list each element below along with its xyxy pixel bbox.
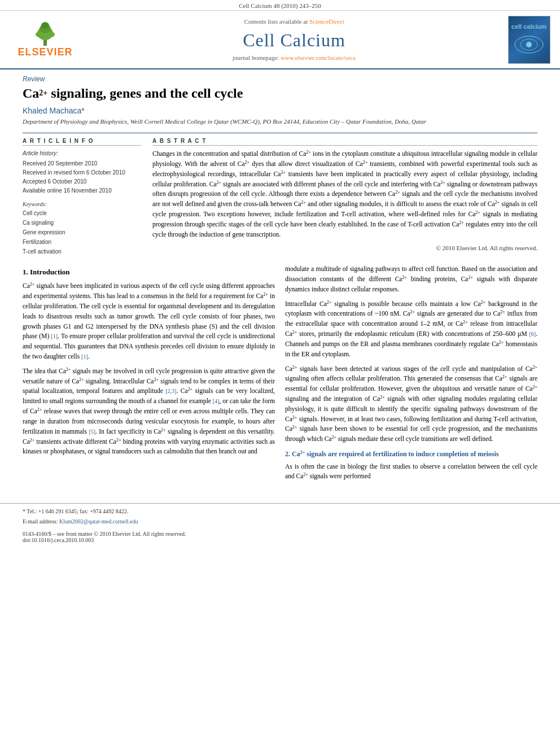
journal-citation-bar: Cell Calcium 48 (2010) 243–250: [0, 0, 560, 11]
copyright-notice: © 2010 Elsevier Ltd. All rights reserved…: [152, 244, 537, 251]
section1-para1: Ca2+ signals have been implicated in var…: [23, 281, 275, 362]
footnote-star-text: * Tel.: +1 646 291 6345; fax: +974 4492 …: [23, 508, 128, 514]
abstract-text: Changes in the concentration and spatial…: [152, 149, 537, 239]
keyword-cell-cycle: Cell cycle: [23, 208, 141, 218]
elsevier-wordmark: ELSEVIER: [18, 46, 72, 58]
article-history: Article history: Received 20 September 2…: [23, 149, 141, 195]
keyword-tcell: T-cell activation: [23, 247, 141, 256]
email-address[interactable]: Klum2002@qatar-med.cornell.edu: [59, 518, 138, 525]
article-info-header: A R T I C L E I N F O: [23, 138, 141, 146]
sciencedirect-link[interactable]: ScienceDirect: [309, 18, 344, 25]
publisher-logo-area: ELSEVIER: [6, 15, 85, 64]
section1-para4: Intracellular Ca2+ signaling is possible…: [285, 299, 537, 360]
affiliation-text: Department of Physiology and Biophysics,…: [23, 117, 537, 126]
footnote-contact: * Tel.: +1 646 291 6345; fax: +974 4492 …: [23, 507, 537, 516]
article-title: Ca2+ signaling, genes and the cell cycle: [23, 85, 537, 102]
cover-journal-name: cell calcium: [511, 23, 546, 30]
ref-5[interactable]: [5]: [89, 429, 95, 435]
keyword-fertilization: Fertilization: [23, 237, 141, 247]
journal-header: ELSEVIER Contents lists available at Sci…: [0, 11, 560, 69]
svg-point-4: [47, 32, 55, 37]
journal-title-area: Contents lists available at ScienceDirec…: [85, 15, 504, 64]
svg-point-8: [526, 42, 532, 47]
contents-available-text: Contents lists available at ScienceDirec…: [244, 18, 344, 25]
section1-para3: modulate a multitude of signaling pathwa…: [285, 264, 537, 294]
ref-1b[interactable]: [1]: [81, 353, 88, 360]
doi-line: doi:10.1016/j.ceca.2010.10.003: [23, 537, 537, 543]
keywords-section: Keywords: Cell cycle Ca signaling Gene e…: [23, 201, 141, 256]
svg-point-5: [41, 22, 49, 29]
section1-title: 1. Introduction: [23, 267, 275, 278]
abstract-column: A B S T R A C T Changes in the concentra…: [152, 138, 537, 256]
journal-cover-area: cell calcium: [504, 15, 554, 64]
article-info-column: A R T I C L E I N F O Article history: R…: [23, 138, 141, 256]
body-column-right: modulate a multitude of signaling pathwa…: [285, 264, 537, 486]
journal-name: Cell Calcium: [243, 30, 345, 51]
received-revised-date: Received in revised form 6 October 2010: [23, 169, 125, 176]
elsevier-tree-icon: [28, 21, 62, 46]
abstract-header: A B S T R A C T: [152, 138, 537, 146]
journal-citation: Cell Calcium 48 (2010) 243–250: [239, 2, 321, 9]
accepted-date: Accepted 6 October 2010: [23, 178, 86, 185]
section1-para5: Ca2+ signals have been detected at vario…: [285, 364, 537, 445]
article-info-abstract-section: A R T I C L E I N F O Article history: R…: [23, 133, 537, 256]
ref-2-3[interactable]: [2,3]: [165, 388, 176, 394]
ref-4[interactable]: [4]: [213, 398, 220, 404]
journal-cover-image: cell calcium: [508, 16, 550, 64]
available-online-date: Available online 16 November 2010: [23, 187, 112, 194]
section2-para1: As is often the case in biology the firs…: [285, 462, 537, 482]
main-body-section: 1. Introduction Ca2+ signals have been i…: [23, 264, 537, 486]
article-body: Review Ca2+ signaling, genes and the cel…: [0, 69, 560, 497]
svg-point-3: [36, 32, 43, 37]
issn-line: 0143-4160/$ – see front matter © 2010 El…: [23, 531, 537, 537]
homepage-url[interactable]: www.elsevier.com/locate/ceca: [281, 54, 356, 61]
homepage-line: journal homepage: www.elsevier.com/locat…: [233, 54, 356, 61]
article-type-label: Review: [23, 75, 537, 83]
body-column-left: 1. Introduction Ca2+ signals have been i…: [23, 264, 275, 486]
article-footer: * Tel.: +1 646 291 6345; fax: +974 4492 …: [0, 503, 560, 547]
keyword-gene-expression: Gene expression: [23, 228, 141, 237]
ref-1[interactable]: [1]: [51, 333, 58, 339]
section2-title: 2. Ca2+ signals are required at fertiliz…: [285, 449, 537, 460]
footnote-email: E-mail address: Klum2002@qatar-med.corne…: [23, 517, 537, 526]
keyword-ca-signaling: Ca signaling: [23, 218, 141, 228]
author-list: Khaled Machaca*: [23, 106, 537, 115]
ref-6[interactable]: [6]: [529, 331, 536, 337]
history-label: Article history:: [23, 149, 141, 158]
section1-para2: The idea that Ca2+ signals may be involv…: [23, 366, 275, 457]
cover-graphic-icon: [512, 33, 546, 56]
keywords-label: Keywords:: [23, 201, 141, 207]
received-date: Received 20 September 2010: [23, 160, 97, 167]
